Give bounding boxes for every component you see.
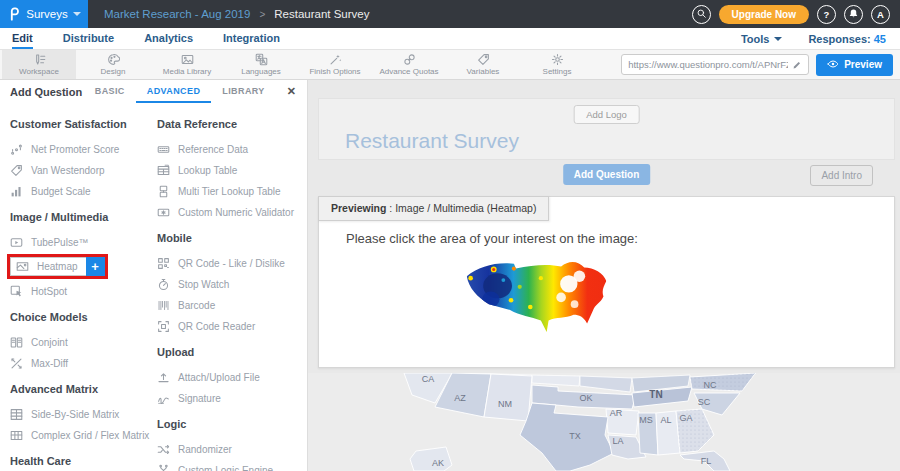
question-type-label: Randomizer xyxy=(178,444,232,455)
barcode-icon xyxy=(157,299,170,312)
question-type-qr-code-reader[interactable]: QR Code Reader xyxy=(157,316,305,337)
state-label-la: LA xyxy=(612,436,623,446)
question-type-budget-scale[interactable]: Budget Scale xyxy=(10,181,157,202)
toolbar-item-media-library[interactable]: Media Library xyxy=(150,50,224,79)
question-type-attach-upload-file[interactable]: Attach/Upload File xyxy=(157,367,305,388)
question-type-complex-grid-flex-matrix[interactable]: Complex Grid / Flex Matrix xyxy=(10,425,157,446)
question-type-label: Budget Scale xyxy=(31,186,91,197)
toolbar-item-advance-quotas[interactable]: Advance Quotas xyxy=(372,50,446,79)
question-type-heatmap[interactable]: Heatmap xyxy=(10,257,86,276)
question-type-barcode[interactable]: Barcode xyxy=(157,295,305,316)
question-type-van-westendorp[interactable]: Van Westendorp xyxy=(10,160,157,181)
question-type-stop-watch[interactable]: Stop Watch xyxy=(157,274,305,295)
state-shape-tx[interactable] xyxy=(520,403,614,471)
section-advanced-matrix: Advanced MatrixSide-By-Side MatrixComple… xyxy=(10,383,157,446)
conjoint-cards-icon xyxy=(10,336,23,349)
section-upload: UploadAttach/Upload FileSignature xyxy=(157,346,305,409)
add-logo-button[interactable]: Add Logo xyxy=(573,105,640,124)
signature-icon xyxy=(157,392,170,405)
toolbar-item-finish-options[interactable]: Finish Options xyxy=(298,50,372,79)
question-type-label: HotSpot xyxy=(31,286,67,297)
add-question-button[interactable]: Add Question xyxy=(563,164,651,185)
tab-advanced[interactable]: ADVANCED xyxy=(136,80,212,103)
variables-tag-icon xyxy=(477,53,490,66)
toolbar-item-settings[interactable]: Settings xyxy=(520,50,594,79)
breadcrumb-parent[interactable]: Market Research - Aug 2019 xyxy=(104,8,250,20)
state-label-nc: NC xyxy=(704,380,717,390)
question-type-label: Barcode xyxy=(178,300,215,311)
question-type-custom-logic-engine[interactable]: Custom Logic Engine xyxy=(157,460,305,471)
nav-tab-edit[interactable]: Edit xyxy=(12,28,33,49)
question-type-qr-code-like-dislike[interactable]: QR Code - Like / Dislike xyxy=(157,253,305,274)
survey-canvas: Add Logo Restaurant Survey Add Question … xyxy=(308,80,900,471)
question-type-label: Custom Numeric Validator xyxy=(178,207,294,218)
question-type-label: QR Code - Like / Dislike xyxy=(178,258,285,269)
avatar[interactable]: A xyxy=(871,5,890,24)
toolbar-item-design[interactable]: Design xyxy=(76,50,150,79)
nav-tab-analytics[interactable]: Analytics xyxy=(144,28,193,49)
usa-heatmap-image[interactable] xyxy=(461,256,615,333)
section-title: Customer Satisfaction xyxy=(10,118,157,130)
partial-state-shape xyxy=(532,375,580,386)
add-intro-button[interactable]: Add Intro xyxy=(810,165,873,186)
survey-title[interactable]: Restaurant Survey xyxy=(345,129,519,153)
toolbar-item-variables[interactable]: Variables xyxy=(446,50,520,79)
nav-tab-integration[interactable]: Integration xyxy=(223,28,280,49)
toolbar-item-languages[interactable]: Languages xyxy=(224,50,298,79)
search-icon xyxy=(696,8,707,21)
tab-library[interactable]: LIBRARY xyxy=(211,80,275,103)
nav-tab-distribute[interactable]: Distribute xyxy=(63,28,114,49)
question-type-label: Net Promoter Score xyxy=(31,144,119,155)
question-type-hotspot[interactable]: HotSpot xyxy=(10,281,157,302)
question-type-label: Custom Logic Engine xyxy=(178,465,273,471)
heatmap-highlight-box: Heatmap+ xyxy=(7,254,108,279)
wand-icon xyxy=(329,53,342,66)
upgrade-now-button[interactable]: Upgrade Now xyxy=(719,5,809,24)
question-type-multi-tier-lookup-table[interactable]: Multi Tier Lookup Table xyxy=(157,181,305,202)
state-label-ak: AK xyxy=(432,458,444,468)
close-icon[interactable]: ✕ xyxy=(276,80,307,103)
chevron-down-icon xyxy=(73,12,81,16)
add-question-panel-header: Add Question BASIC ADVANCED LIBRARY ✕ xyxy=(0,80,307,103)
quota-links-icon xyxy=(403,53,416,66)
tab-basic[interactable]: BASIC xyxy=(84,80,136,103)
question-type-conjoint[interactable]: Conjoint xyxy=(10,332,157,353)
eye-icon xyxy=(827,58,839,72)
survey-header-card: Add Logo Restaurant Survey xyxy=(318,98,895,160)
responses-count[interactable]: Responses:45 xyxy=(808,33,886,45)
edit-pencil-icon[interactable] xyxy=(792,60,802,70)
question-type-tubepulse[interactable]: TubePulse™ xyxy=(10,232,157,253)
question-type-max-diff[interactable]: Max-Diff xyxy=(10,353,157,374)
side-by-side-matrix-icon xyxy=(10,408,23,421)
question-type-side-by-side-matrix[interactable]: Side-By-Side Matrix xyxy=(10,404,157,425)
question-type-label: Reference Data xyxy=(178,144,248,155)
survey-url-field[interactable] xyxy=(621,54,809,75)
question-type-label: TubePulse™ xyxy=(31,237,88,248)
toolbar-item-workspace[interactable]: Workspace xyxy=(2,50,76,79)
state-shape-nm[interactable] xyxy=(484,374,532,421)
workspace-icon xyxy=(33,53,46,66)
state-dots-nc xyxy=(690,373,756,391)
video-icon xyxy=(10,236,23,249)
notifications-button[interactable] xyxy=(844,5,863,24)
canvas-actions: Add Question Add Intro xyxy=(318,164,895,186)
surveys-menu[interactable]: Surveys xyxy=(0,0,88,28)
question-type-signature[interactable]: Signature xyxy=(157,388,305,409)
help-button[interactable]: ? xyxy=(817,5,836,24)
price-tag-icon xyxy=(10,164,23,177)
state-label-ga: GA xyxy=(679,413,692,423)
tools-menu[interactable]: Tools xyxy=(741,33,783,45)
add-heatmap-button[interactable]: + xyxy=(86,257,105,276)
question-type-label: Stop Watch xyxy=(178,279,229,290)
question-type-net-promoter-score[interactable]: Net Promoter Score xyxy=(10,139,157,160)
search-button[interactable] xyxy=(692,5,711,24)
question-type-randomizer[interactable]: Randomizer xyxy=(157,439,305,460)
breadcrumb: Market Research - Aug 2019 > Restaurant … xyxy=(104,8,369,20)
questionpro-logo-icon xyxy=(7,7,21,21)
survey-url-input[interactable] xyxy=(628,59,788,70)
question-type-custom-numeric-validator[interactable]: Custom Numeric Validator xyxy=(157,202,305,223)
question-type-reference-data[interactable]: Reference Data xyxy=(157,139,305,160)
question-type-label: QR Code Reader xyxy=(178,321,255,332)
question-type-lookup-table[interactable]: Lookup Table xyxy=(157,160,305,181)
preview-button[interactable]: Preview xyxy=(816,54,893,76)
